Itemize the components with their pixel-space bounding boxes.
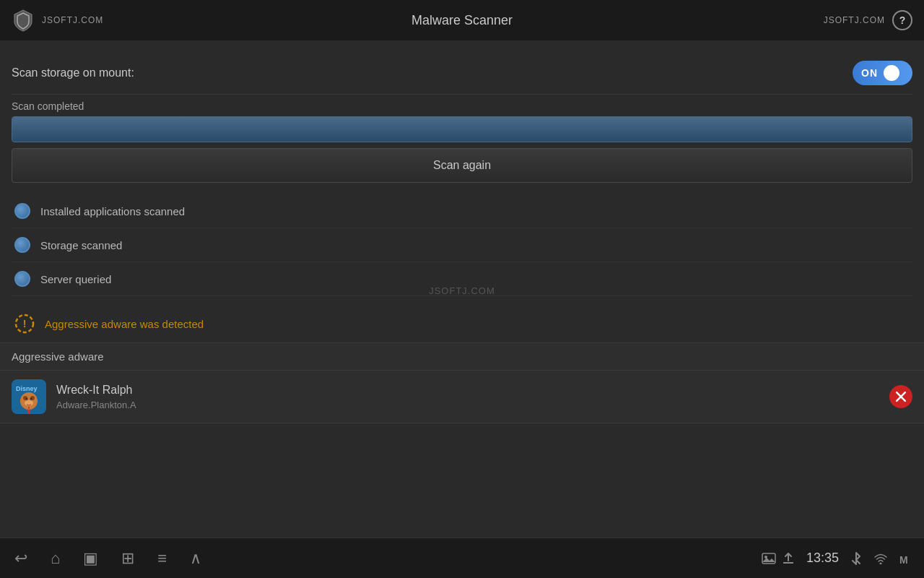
app-threat: Adware.Plankton.A	[56, 400, 879, 410]
top-bar-left: JSOFTJ.COM	[12, 9, 103, 32]
status-item-storage: Storage scanned	[12, 228, 912, 262]
upload-icon	[782, 552, 795, 565]
brand-text-right: JSOFTJ.COM	[824, 15, 885, 25]
status-dot-storage	[14, 237, 30, 253]
svg-point-9	[30, 398, 32, 400]
app-list-item: Disney Wreck-It Ralph Adware.Plankton.A	[0, 371, 924, 423]
scan-again-button[interactable]: Scan again	[12, 148, 912, 183]
nav-group-left: ↩ ⌂ ▣ ⊞ ≡ ∧	[14, 549, 201, 568]
scan-storage-toggle[interactable]: ON	[853, 61, 912, 85]
svg-marker-16	[762, 558, 775, 562]
home-button[interactable]: ⌂	[51, 549, 60, 568]
svg-text:M: M	[899, 554, 908, 565]
grid-button[interactable]: ⊞	[121, 549, 134, 568]
status-icons	[762, 552, 795, 565]
svg-point-8	[26, 398, 28, 400]
nav-group-right: 13:35 M	[762, 551, 910, 566]
bluetooth-icon	[850, 551, 862, 566]
help-button[interactable]: ?	[892, 10, 912, 30]
time-display: 13:35	[806, 551, 839, 566]
recents-button[interactable]: ▣	[83, 549, 98, 568]
brand-text-left: JSOFTJ.COM	[42, 15, 103, 25]
scan-storage-label: Scan storage on mount:	[12, 66, 134, 79]
scan-storage-row: Scan storage on mount: ON	[12, 52, 912, 95]
status-dot-server	[14, 271, 30, 287]
top-bar: JSOFTJ.COM Malware Scanner JSOFTJ.COM ?	[0, 0, 924, 40]
status-list: Installed applications scanned Storage s…	[12, 194, 912, 296]
image-icon	[762, 553, 776, 564]
warning-item: ! Aggressive adware was detected	[12, 305, 912, 342]
status-text-storage: Storage scanned	[40, 239, 122, 251]
wifi-icon	[873, 553, 888, 564]
app-title: Malware Scanner	[411, 13, 513, 28]
progress-bar-container	[12, 116, 912, 142]
status-dot-apps	[14, 203, 30, 219]
back-button[interactable]: ↩	[14, 549, 27, 568]
status-item-apps: Installed applications scanned	[12, 194, 912, 228]
signal-icon: M	[899, 552, 910, 565]
menu-button[interactable]: ≡	[157, 549, 167, 568]
status-text-server: Server queried	[40, 273, 111, 285]
svg-point-17	[880, 562, 882, 564]
remove-app-button[interactable]	[889, 385, 912, 408]
scan-status-label: Scan completed	[12, 100, 912, 112]
main-content: Scan storage on mount: ON Scan completed…	[0, 40, 924, 435]
warning-text: Aggressive adware was detected	[45, 318, 204, 330]
bottom-nav: ↩ ⌂ ▣ ⊞ ≡ ∧ 13:35	[0, 538, 924, 578]
svg-text:Disney: Disney	[16, 385, 38, 392]
app-info: Wreck-It Ralph Adware.Plankton.A	[56, 384, 879, 410]
progress-bar-fill	[12, 117, 912, 142]
top-bar-right: JSOFTJ.COM ?	[824, 10, 912, 30]
app-name: Wreck-It Ralph	[56, 384, 879, 397]
status-text-apps: Installed applications scanned	[40, 205, 185, 217]
chevron-up-icon[interactable]: ∧	[190, 549, 201, 568]
warning-icon: !	[14, 314, 35, 334]
app-icon: Disney	[12, 379, 46, 414]
svg-text:!: !	[23, 318, 27, 329]
brand-logo-icon	[12, 9, 35, 32]
aggressive-adware-header: Aggressive adware	[0, 342, 924, 371]
status-item-server: Server queried	[12, 262, 912, 296]
